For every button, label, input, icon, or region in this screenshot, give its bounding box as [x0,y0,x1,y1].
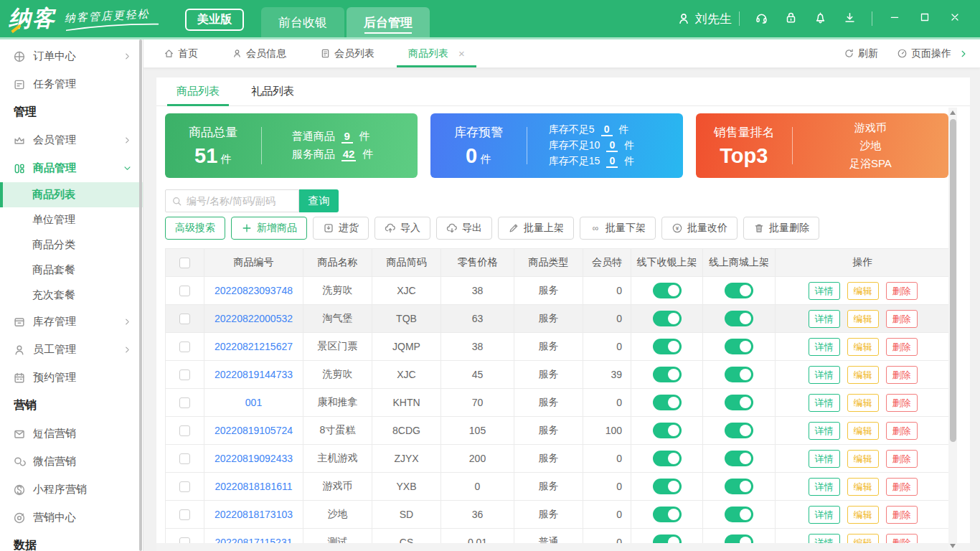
backend-management-tab[interactable]: 后台管理 [347,7,430,37]
edit-button[interactable]: 编辑 [847,366,879,384]
page-operations-button[interactable]: 页面操作 [897,47,951,60]
edit-button[interactable]: 编辑 [847,422,879,440]
edit-button[interactable]: 编辑 [847,282,879,300]
sidebar-item-product-management[interactable]: 商品管理 [0,154,143,182]
delete-button[interactable]: 删除 [886,506,918,524]
detail-button[interactable]: 详情 [809,422,840,440]
offline-cashier-toggle[interactable] [653,311,682,326]
add-product-button[interactable]: 新增商品 [231,217,307,240]
delete-button[interactable]: 删除 [886,310,918,328]
online-mall-toggle[interactable] [725,339,753,354]
delete-button[interactable]: 删除 [886,282,918,300]
offline-cashier-toggle[interactable] [653,395,682,410]
detail-button[interactable]: 详情 [809,506,840,524]
row-checkbox[interactable] [179,425,190,436]
vertical-scrollbar[interactable] [948,108,957,551]
member-info-tab[interactable]: 会员信息 [232,39,286,67]
online-mall-toggle[interactable] [725,423,753,438]
delete-button[interactable]: 删除 [886,422,918,440]
chevron-right-icon[interactable] [958,49,969,59]
product-code-link[interactable]: 20220818181611 [215,481,293,492]
select-all-checkbox[interactable] [179,258,190,268]
sidebar-item-wechat-marketing[interactable]: 微信营销 [0,448,143,476]
sidebar-item-appointment-management[interactable]: 预约管理 [0,364,143,392]
batch-reprice-button[interactable]: ¥批量改价 [661,217,738,240]
sidebar-item-staff-management[interactable]: 员工管理 [0,336,143,364]
product-code-link[interactable]: 20220819092433 [215,453,293,464]
detail-button[interactable]: 详情 [809,282,840,300]
row-checkbox[interactable] [179,509,190,520]
row-checkbox[interactable] [179,481,190,492]
minimize-icon[interactable] [889,11,900,23]
headset-icon[interactable] [755,11,768,24]
delete-button[interactable]: 删除 [886,478,918,496]
sidebar-item-sms-marketing[interactable]: 短信营销 [0,420,143,448]
delete-button[interactable]: 删除 [886,450,918,468]
edit-button[interactable]: 编辑 [847,450,879,468]
online-mall-toggle[interactable] [725,311,753,326]
row-checkbox[interactable] [179,286,190,296]
import-button[interactable]: 导入 [374,217,430,240]
edition-badge-button[interactable]: 美业版 [185,9,244,31]
sidebar-item-product-list[interactable]: 商品列表 [0,182,143,207]
sidebar-item-unit-management[interactable]: 单位管理 [0,207,143,232]
detail-button[interactable]: 详情 [809,450,840,468]
query-button[interactable]: 查询 [299,189,339,212]
sidebar-item-miniprogram-marketing[interactable]: 小程序营销 [0,476,143,504]
batch-delist-button[interactable]: ∞批量下架 [580,217,656,240]
online-mall-toggle[interactable] [725,507,753,522]
scroll-up-arrow[interactable] [948,108,957,118]
sidebar-item-recharge-package[interactable]: 充次套餐 [0,283,143,308]
close-tab-icon[interactable]: × [458,47,465,60]
detail-button[interactable]: 详情 [809,310,840,328]
gift-list-tab[interactable]: 礼品列表 [251,77,294,105]
download-icon[interactable] [843,11,857,24]
batch-delete-button[interactable]: 批量删除 [743,217,819,240]
search-input[interactable] [182,195,298,207]
batch-list-button[interactable]: 批量上架 [498,217,574,240]
row-checkbox[interactable] [179,453,190,464]
horizontal-scrollbar[interactable] [156,543,970,551]
sidebar-item-marketing-center[interactable]: 营销中心 [0,504,143,532]
sidebar-item-order-center[interactable]: 订单中心 [0,42,143,70]
home-tab[interactable]: 首页 [164,39,198,67]
sidebar-item-member-management[interactable]: 会员管理 [0,126,143,154]
product-list-tab[interactable]: 商品列表 [176,77,220,105]
offline-cashier-toggle[interactable] [653,367,682,382]
purchase-button[interactable]: 进货 [313,217,369,240]
row-checkbox[interactable] [179,314,190,324]
sidebar-item-product-category[interactable]: 商品分类 [0,232,143,258]
detail-button[interactable]: 详情 [809,478,840,496]
edit-button[interactable]: 编辑 [847,394,879,412]
offline-cashier-toggle[interactable] [653,423,682,438]
product-code-link[interactable]: 001 [245,397,262,408]
product-code-link[interactable]: 20220818173103 [215,509,293,520]
online-mall-toggle[interactable] [725,451,753,466]
advanced-search-button[interactable]: 高级搜索 [165,217,225,240]
scrollbar-thumb[interactable] [950,119,956,442]
edit-button[interactable]: 编辑 [847,506,879,524]
online-mall-toggle[interactable] [725,479,753,494]
detail-button[interactable]: 详情 [809,338,840,356]
sidebar-item-product-package[interactable]: 商品套餐 [0,258,143,283]
product-code-link[interactable]: 20220823093748 [215,285,293,296]
delete-button[interactable]: 删除 [886,338,918,356]
refresh-button[interactable]: 刷新 [844,47,878,60]
maximize-icon[interactable] [919,11,930,23]
detail-button[interactable]: 详情 [809,394,840,412]
sidebar-item-inventory-management[interactable]: 库存管理 [0,308,143,336]
frontdesk-cashier-tab[interactable]: 前台收银 [261,7,344,37]
sidebar-item-task-management[interactable]: 任务管理 [0,70,143,98]
close-icon[interactable] [949,11,961,23]
offline-cashier-toggle[interactable] [653,451,682,466]
product-code-link[interactable]: 20220819105724 [215,425,293,436]
row-checkbox[interactable] [179,342,190,352]
product-code-link[interactable]: 20220821215627 [215,341,293,352]
sidebar-scrollbar[interactable] [139,39,142,551]
product-code-link[interactable]: 20220819144733 [215,369,293,380]
detail-button[interactable]: 详情 [809,366,840,384]
bell-icon[interactable] [814,11,827,24]
delete-button[interactable]: 删除 [886,366,918,384]
scroll-down-arrow[interactable] [948,541,957,551]
product-code-link[interactable]: 20220822000532 [215,313,293,324]
